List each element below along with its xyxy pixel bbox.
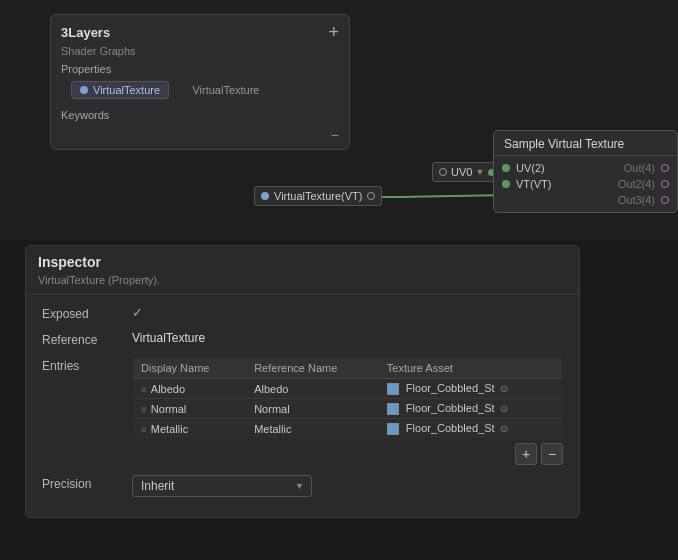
precision-row: Precision Inherit Float Half ▼ xyxy=(42,475,563,497)
row-albedo-texture: Floor_Cobbled_St ⊙ xyxy=(379,379,563,399)
virtual-texture-badge[interactable]: VirtualTexture xyxy=(71,81,169,99)
entries-table: Display Name Reference Name Texture Asse… xyxy=(132,357,563,439)
table-row: ≡Albedo Albedo Floor_Cobbled_St ⊙ xyxy=(133,379,563,399)
layers-panel-bottom: − xyxy=(51,127,349,149)
table-row: ≡Metallic Metallic Floor_Cobbled_St ⊙ xyxy=(133,419,563,439)
node-virtual-texture: VirtualTexture(VT) xyxy=(254,186,382,206)
reference-row: Reference VirtualTexture xyxy=(42,331,563,347)
node-vt-label: VirtualTexture(VT) xyxy=(274,190,362,202)
exposed-label: Exposed xyxy=(42,305,132,321)
svt-inputs: UV(2) Out(4) VT(VT) Out2(4) Out3(4) xyxy=(494,156,677,212)
precision-select-wrapper: Inherit Float Half ▼ xyxy=(132,475,312,497)
svt-output-out2: Out2(4) xyxy=(618,178,655,190)
row-metallic-texture: Floor_Cobbled_St ⊙ xyxy=(379,419,563,439)
reference-label: Reference xyxy=(42,331,132,347)
row-albedo-display: ≡Albedo xyxy=(133,379,247,399)
entries-remove-button[interactable]: − xyxy=(541,443,563,465)
inspector-title: Inspector xyxy=(26,246,579,274)
layers-panel: 3Layers + Shader Graphs Properties Virtu… xyxy=(50,14,350,150)
svt-input-vt-label: VT(VT) xyxy=(516,178,551,190)
node-vt-right-pin[interactable] xyxy=(367,192,375,200)
texture-swatch-normal xyxy=(387,403,399,415)
texture-link-icon-metallic[interactable]: ⊙ xyxy=(500,423,508,434)
svt-pin-uv[interactable] xyxy=(502,164,510,172)
svt-output-out: Out(4) xyxy=(624,162,655,174)
exposed-row: Exposed ✓ xyxy=(42,305,563,321)
svt-input-uv: UV(2) Out(4) xyxy=(494,160,677,176)
reference-value-text: VirtualTexture xyxy=(132,331,205,345)
exposed-value: ✓ xyxy=(132,305,563,320)
virtual-texture-prop-row: VirtualTexture VirtualTexture xyxy=(51,79,349,107)
texture-swatch-albedo xyxy=(387,383,399,395)
reference-value: VirtualTexture xyxy=(132,331,563,345)
svt-out-pin-1[interactable] xyxy=(661,164,669,172)
exposed-checkmark: ✓ xyxy=(132,305,143,320)
svt-input-uv-label: UV(2) xyxy=(516,162,545,174)
node-uv0-arrow[interactable]: ▼ xyxy=(475,167,484,177)
precision-field: Inherit Float Half ▼ xyxy=(132,475,563,497)
svt-out-pin-2[interactable] xyxy=(661,180,669,188)
layers-panel-title: 3Layers xyxy=(61,25,110,40)
row-handle: ≡ xyxy=(141,384,147,395)
entries-row: Entries Display Name Reference Name Text… xyxy=(42,357,563,465)
svt-out-pin-3[interactable] xyxy=(661,196,669,204)
entries-label: Entries xyxy=(42,357,132,373)
row-handle: ≡ xyxy=(141,404,147,415)
row-normal-display: ≡Normal xyxy=(133,399,247,419)
graph-area: 3Layers + Shader Graphs Properties Virtu… xyxy=(0,0,678,240)
entries-actions: + − xyxy=(132,443,563,465)
row-normal-ref: Normal xyxy=(246,399,379,419)
entries-add-button[interactable]: + xyxy=(515,443,537,465)
precision-label: Precision xyxy=(42,475,132,491)
layers-panel-subtitle: Shader Graphs xyxy=(51,45,349,61)
svt-output-out3: Out3(4) xyxy=(618,194,655,206)
svt-input-vt: VT(VT) Out2(4) xyxy=(494,176,677,192)
row-albedo-ref: Albedo xyxy=(246,379,379,399)
entries-table-wrapper: Display Name Reference Name Texture Asse… xyxy=(132,357,563,465)
layers-panel-minus-button[interactable]: − xyxy=(331,127,339,143)
virtual-texture-right-label: VirtualTexture xyxy=(192,84,259,96)
layers-panel-keywords-label: Keywords xyxy=(51,107,349,127)
row-handle: ≡ xyxy=(141,424,147,435)
precision-select[interactable]: Inherit Float Half xyxy=(132,475,312,497)
virtual-texture-badge-label: VirtualTexture xyxy=(93,84,160,96)
node-vt-left-pin[interactable] xyxy=(261,192,269,200)
layers-panel-add-button[interactable]: + xyxy=(328,23,339,41)
vt-dot xyxy=(80,86,88,94)
row-normal-texture: Floor_Cobbled_St ⊙ xyxy=(379,399,563,419)
col-reference-name: Reference Name xyxy=(246,358,379,379)
texture-link-icon-albedo[interactable]: ⊙ xyxy=(500,383,508,394)
col-texture-asset: Texture Asset xyxy=(379,358,563,379)
node-uv0-label: UV0 xyxy=(451,166,472,178)
texture-name-normal: Floor_Cobbled_St xyxy=(406,402,495,414)
row-metallic-ref: Metallic xyxy=(246,419,379,439)
svt-panel: Sample Virtual Texture UV(2) Out(4) VT(V… xyxy=(493,130,678,213)
inspector-subtitle: VirtualTexture (Property). xyxy=(26,274,579,294)
texture-name-albedo: Floor_Cobbled_St xyxy=(406,382,495,394)
row-metallic-display: ≡Metallic xyxy=(133,419,247,439)
texture-name-metallic: Floor_Cobbled_St xyxy=(406,422,495,434)
texture-swatch-metallic xyxy=(387,423,399,435)
layers-panel-header: 3Layers + xyxy=(51,15,349,45)
layers-panel-properties-label: Properties xyxy=(51,61,349,79)
col-display-name: Display Name xyxy=(133,358,247,379)
inspector-panel: Inspector VirtualTexture (Property). Exp… xyxy=(25,245,580,518)
svt-output-only-row: Out3(4) xyxy=(494,192,677,208)
inspector-body: Exposed ✓ Reference VirtualTexture Entri… xyxy=(26,295,579,517)
texture-link-icon-normal[interactable]: ⊙ xyxy=(500,403,508,414)
svt-panel-header: Sample Virtual Texture xyxy=(494,131,677,156)
table-row: ≡Normal Normal Floor_Cobbled_St ⊙ xyxy=(133,399,563,419)
node-uv0-dot xyxy=(439,168,447,176)
svt-pin-vt[interactable] xyxy=(502,180,510,188)
entries-table-header-row: Display Name Reference Name Texture Asse… xyxy=(133,358,563,379)
